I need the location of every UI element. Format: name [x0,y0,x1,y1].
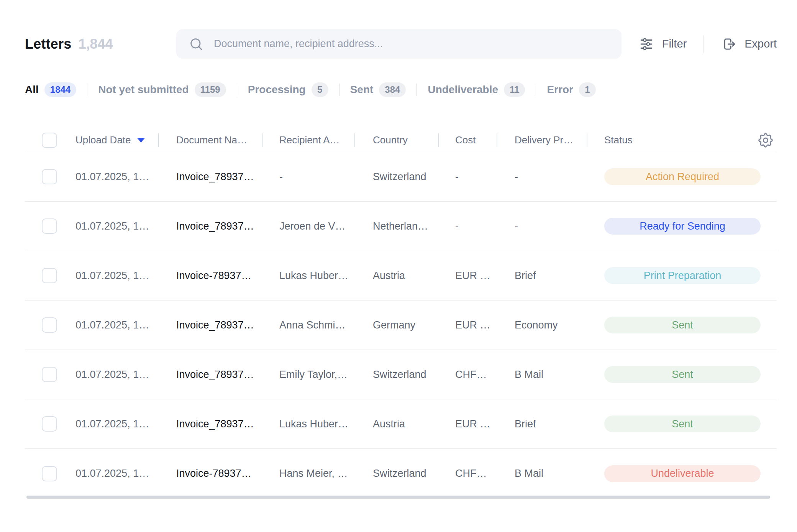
table-row[interactable]: 01.07.2025, 1… Invoice_78937… Anna Schmi… [25,300,777,350]
column-header-recipient: Recipient A… [262,128,354,152]
cell-recipient: Lukas Huber… [262,270,354,282]
cell-document-name: Invoice_78937… [158,319,262,331]
tab-count-badge: 384 [379,82,406,97]
cell-document-name: Invoice_78937… [158,369,262,381]
column-header-country: Country [354,128,438,152]
cell-cost: CHF… [438,369,497,381]
tabs: All 1844 Not yet submitted 1159 Processi… [25,82,777,97]
column-header-document-name: Document Na… [158,128,262,152]
sort-descending-caret [137,138,145,143]
status-badge: Sent [604,366,761,383]
row-checkbox[interactable] [42,268,57,283]
table-row[interactable]: 01.07.2025, 1… Invoice_78937… - Switzerl… [25,152,777,202]
cell-delivery-product: - [497,220,587,232]
cell-upload-date: 01.07.2025, 1… [75,468,158,479]
row-checkbox[interactable] [42,416,57,432]
row-checkbox[interactable] [42,169,57,184]
status-badge: Sent [604,317,761,333]
status-badge: Ready for Sending [604,218,761,235]
cell-status: Ready for Sending [587,218,755,235]
row-checkbox[interactable] [42,466,57,481]
cell-cost: EUR … [438,270,497,282]
tab-undeliverable[interactable]: Undeliverable 11 [428,82,525,97]
cell-recipient: Lukas Huber… [262,418,354,430]
tab-label: Sent [350,84,374,96]
table-row[interactable]: 01.07.2025, 1… Invoice-78937… Hans Meier… [25,449,777,498]
tab-not-yet-submitted[interactable]: Not yet submitted 1159 [98,82,226,97]
cell-country: Austria [354,270,438,282]
select-all-checkbox[interactable] [42,133,57,148]
tab-processing[interactable]: Processing 5 [248,82,328,97]
row-checkbox-cell [25,367,75,382]
export-icon [721,36,737,52]
tab-label: Error [547,84,573,96]
cell-country: Switzerland [354,171,438,183]
tab-count-badge: 1159 [195,82,226,97]
tab-divider [536,84,536,96]
filter-label: Filter [662,38,687,50]
cell-upload-date: 01.07.2025, 1… [75,319,158,331]
column-header-delivery-product: Delivery Pr… [497,128,587,152]
cell-delivery-product: B Mail [497,369,587,381]
cell-delivery-product: Economy [497,319,587,331]
page-title-count: 1,844 [78,36,113,52]
row-checkbox-cell [25,317,75,333]
top-bar: Letters 1,844 Filter [25,29,777,59]
tab-label: All [25,84,39,96]
horizontal-scrollbar[interactable] [26,496,770,499]
cell-country: Austria [354,418,438,430]
toolbar-actions: Filter Export [638,35,777,53]
tab-count-badge: 11 [504,82,525,97]
cell-cost: - [438,220,497,232]
header-settings-cell [755,128,777,152]
cell-document-name: Invoice_78937… [158,171,262,183]
cell-recipient: Hans Meier, … [262,468,354,479]
tab-count-badge: 5 [312,82,328,97]
cell-upload-date: 01.07.2025, 1… [75,270,158,282]
filter-button[interactable]: Filter [638,36,687,52]
tab-all[interactable]: All 1844 [25,82,76,97]
cell-cost: EUR … [438,418,497,430]
search-icon [189,36,204,52]
status-badge: Print Preparation [604,267,761,284]
column-settings-button[interactable] [757,131,774,149]
table-row[interactable]: 01.07.2025, 1… Invoice_78937… Lukas Hube… [25,399,777,449]
cell-cost: - [438,171,497,183]
table-row[interactable]: 01.07.2025, 1… Invoice-78937… Lukas Hube… [25,251,777,300]
tab-label: Undeliverable [428,84,498,96]
cell-country: Switzerland [354,468,438,479]
tab-divider [417,84,417,96]
status-badge: Action Required [604,168,761,185]
cell-status: Undeliverable [587,465,755,482]
tab-label: Processing [248,84,306,96]
row-checkbox[interactable] [42,218,57,234]
row-checkbox-cell [25,416,75,432]
search-input[interactable] [214,38,610,50]
table-row[interactable]: 01.07.2025, 1… Invoice_78937… Jeroen de … [25,202,777,251]
row-checkbox[interactable] [42,367,57,382]
cell-delivery-product: - [497,171,587,183]
row-checkbox-cell [25,169,75,184]
search-box[interactable] [176,29,622,59]
cell-status: Sent [587,366,755,383]
cell-cost: EUR … [438,319,497,331]
table-row[interactable]: 01.07.2025, 1… Invoice_78937… Emily Tayl… [25,350,777,399]
cell-recipient: Jeroen de V… [262,220,354,232]
column-header-upload-date[interactable]: Upload Date [75,128,158,152]
cell-status: Print Preparation [587,267,755,284]
row-checkbox[interactable] [42,317,57,333]
cell-cost: CHF… [438,468,497,479]
cell-country: Germany [354,319,438,331]
cell-upload-date: 01.07.2025, 1… [75,418,158,430]
tab-error[interactable]: Error 1 [547,82,595,97]
letters-page: Letters 1,844 Filter [0,29,797,499]
row-checkbox-cell [25,218,75,234]
tab-divider [339,84,339,96]
status-badge: Undeliverable [604,465,761,482]
tab-sent[interactable]: Sent 384 [350,82,406,97]
row-checkbox-cell [25,466,75,481]
tab-label: Not yet submitted [98,84,189,96]
cell-document-name: Invoice-78937… [158,270,262,282]
table-header-row: Upload Date Document Na… Recipient A… Co… [25,128,777,152]
export-button[interactable]: Export [721,36,777,52]
